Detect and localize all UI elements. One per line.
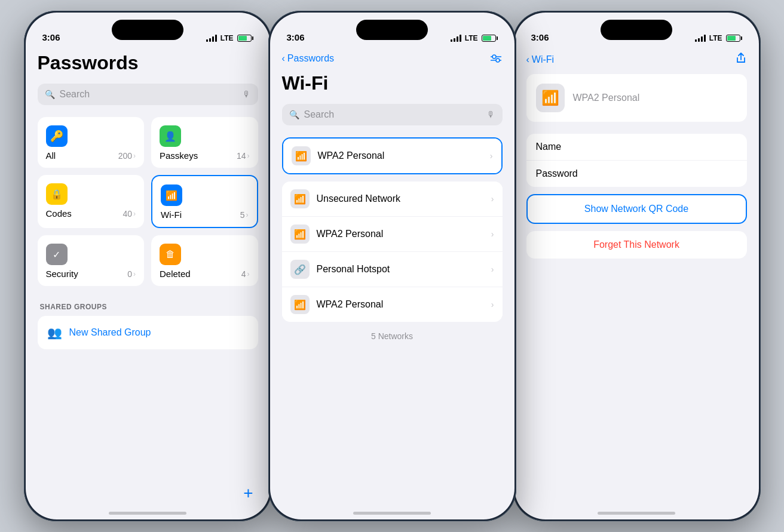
category-count-codes: 40 bbox=[122, 209, 132, 219]
category-card-wifi[interactable]: 📶 Wi-Fi 5 › bbox=[151, 175, 258, 228]
status-time-1: 3:06 bbox=[42, 32, 60, 42]
chevron-deleted: › bbox=[247, 270, 250, 278]
new-shared-group-card[interactable]: 👥 New Shared Group bbox=[38, 316, 258, 349]
network-wifi-icon: 📶 bbox=[541, 90, 559, 106]
back-chevron-icon-3: ‹ bbox=[526, 54, 529, 65]
mic-icon-1[interactable]: 🎙 bbox=[243, 90, 251, 99]
dynamic-island-3 bbox=[601, 20, 672, 40]
search-icon-2: 🔍 bbox=[289, 110, 299, 119]
share-icon-wrap[interactable] bbox=[735, 52, 747, 67]
network-header-icon: 📶 bbox=[536, 84, 565, 112]
category-card-passkeys[interactable]: 👤 Passkeys 14 › bbox=[151, 117, 258, 168]
chevron-security: › bbox=[133, 270, 136, 278]
mic-icon-2[interactable]: 🎙 bbox=[487, 110, 495, 119]
add-button[interactable]: + bbox=[243, 484, 253, 503]
wifi-search-bar[interactable]: 🔍 Search 🎙 bbox=[282, 104, 503, 125]
forget-network-card[interactable]: Forget This Network bbox=[526, 231, 747, 259]
battery-3 bbox=[726, 35, 742, 42]
wifi-signal-icon-4: 📶 bbox=[294, 299, 306, 310]
svg-point-3 bbox=[496, 59, 500, 62]
wifi-item-3[interactable]: 🔗 Personal Hotspot › bbox=[282, 252, 503, 287]
home-indicator-1 bbox=[109, 512, 186, 515]
wifi-nav-bar: ‹ Passwords bbox=[282, 47, 503, 72]
phone-1: 3:06 LTE Passwords bbox=[24, 11, 272, 521]
forget-network-button[interactable]: Forget This Network bbox=[526, 231, 747, 259]
category-count-wifi: 5 bbox=[240, 210, 245, 220]
wifi-chevron-0: › bbox=[490, 151, 493, 161]
wifi-search-placeholder: Search bbox=[304, 109, 482, 120]
wifi-name-2: WPA2 Personal bbox=[317, 229, 484, 239]
category-grid: 🔑 All 200 › 👤 Passkeys bbox=[38, 117, 258, 286]
new-shared-group-label: New Shared Group bbox=[69, 327, 151, 338]
wifi-icon-wrap-2: 📶 bbox=[290, 225, 310, 244]
home-indicator-3 bbox=[598, 512, 675, 515]
search-icon-1: 🔍 bbox=[45, 90, 55, 99]
category-name-passkeys: Passkeys bbox=[160, 150, 198, 161]
wifi-back-label: Passwords bbox=[287, 53, 334, 64]
category-card-security[interactable]: ✓ Security 0 › bbox=[38, 235, 145, 286]
detail-back-button[interactable]: ‹ Wi-Fi bbox=[526, 54, 555, 65]
wifi-item-2[interactable]: 📶 WPA2 Personal › bbox=[282, 217, 503, 252]
wifi-screen: ‹ Passwords Wi-Fi 🔍 Sear bbox=[270, 47, 514, 519]
qr-button-card[interactable]: Show Network QR Code bbox=[526, 194, 747, 224]
detail-nav-bar: ‹ Wi-Fi bbox=[526, 47, 747, 74]
wifi-back-button[interactable]: ‹ Passwords bbox=[282, 53, 335, 64]
network-header-card: 📶 WPA2 Personal bbox=[526, 74, 747, 122]
category-name-codes: Codes bbox=[46, 208, 72, 219]
category-card-codes[interactable]: 🔒 Codes 40 › bbox=[38, 175, 145, 228]
battery-fill-1 bbox=[238, 36, 247, 41]
signal-bar-4 bbox=[215, 35, 217, 42]
chevron-wifi: › bbox=[246, 211, 249, 219]
lte-label-1: LTE bbox=[220, 34, 234, 42]
show-qr-button[interactable]: Show Network QR Code bbox=[528, 195, 746, 223]
wifi-name-4: WPA2 Personal bbox=[317, 299, 484, 310]
passwords-search-bar[interactable]: 🔍 Search 🎙 bbox=[38, 84, 258, 105]
wifi-icon-wrap-1: 📶 bbox=[290, 189, 310, 208]
status-right-3: LTE bbox=[695, 34, 742, 42]
network-detail-screen: ‹ Wi-Fi 📶 WPA2 Personal bbox=[514, 47, 759, 519]
wifi-item-0[interactable]: 📶 WPA2 Personal › bbox=[283, 139, 501, 173]
category-count-security: 0 bbox=[127, 269, 132, 279]
battery-tip-1 bbox=[252, 36, 253, 40]
detail-back-label: Wi-Fi bbox=[532, 54, 554, 65]
wifi-chevron-2: › bbox=[491, 229, 494, 239]
dynamic-island-1 bbox=[112, 20, 183, 40]
wifi-icon-wrap-3: 🔗 bbox=[290, 260, 310, 279]
hotspot-icon: 🔗 bbox=[294, 264, 306, 275]
battery-body-1 bbox=[237, 35, 252, 42]
wifi-name-3: Personal Hotspot bbox=[317, 264, 484, 275]
category-card-all[interactable]: 🔑 All 200 › bbox=[38, 117, 145, 168]
wifi-signal-icon-2: 📶 bbox=[294, 229, 306, 240]
lte-label-3: LTE bbox=[709, 34, 722, 42]
info-label-name: Name bbox=[536, 142, 562, 152]
category-icon-wifi: 📶 bbox=[161, 184, 182, 206]
filter-icon-wrap[interactable] bbox=[489, 52, 503, 65]
chevron-all: › bbox=[133, 152, 136, 160]
signal-bars-3 bbox=[695, 35, 706, 42]
category-card-deleted[interactable]: 🗑 Deleted 4 › bbox=[151, 235, 258, 286]
signal-bar-2 bbox=[209, 38, 211, 42]
wifi-item-1[interactable]: 📶 Unsecured Network › bbox=[282, 182, 503, 217]
wifi-name-0: WPA2 Personal bbox=[318, 150, 483, 161]
info-row-name[interactable]: Name bbox=[526, 134, 747, 161]
signal-bars-1 bbox=[206, 35, 217, 42]
category-count-deleted: 4 bbox=[241, 269, 246, 279]
info-row-password[interactable]: Password bbox=[526, 161, 747, 187]
passwords-search-placeholder: Search bbox=[60, 89, 238, 100]
phone-3: 3:06 LTE ‹ bbox=[513, 11, 761, 521]
info-section: Name Password bbox=[526, 134, 747, 187]
filter-icon bbox=[489, 52, 503, 65]
chevron-passkeys: › bbox=[247, 152, 250, 160]
wifi-name-1: Unsecured Network bbox=[317, 193, 484, 204]
status-right-2: LTE bbox=[451, 34, 498, 42]
wifi-network-selected[interactable]: 📶 WPA2 Personal › bbox=[282, 137, 503, 174]
lte-label-2: LTE bbox=[465, 34, 478, 42]
passwords-title: Passwords bbox=[38, 52, 258, 74]
phone-2: 3:06 LTE ‹ bbox=[268, 11, 516, 521]
wifi-network-list: 📶 Unsecured Network › 📶 WPA2 Personal › … bbox=[282, 182, 503, 322]
wifi-item-4[interactable]: 📶 WPA2 Personal › bbox=[282, 287, 503, 322]
category-name-deleted: Deleted bbox=[160, 269, 191, 279]
category-count-passkeys: 14 bbox=[237, 151, 246, 161]
category-icon-passkeys: 👤 bbox=[160, 125, 181, 147]
share-icon bbox=[735, 52, 747, 64]
